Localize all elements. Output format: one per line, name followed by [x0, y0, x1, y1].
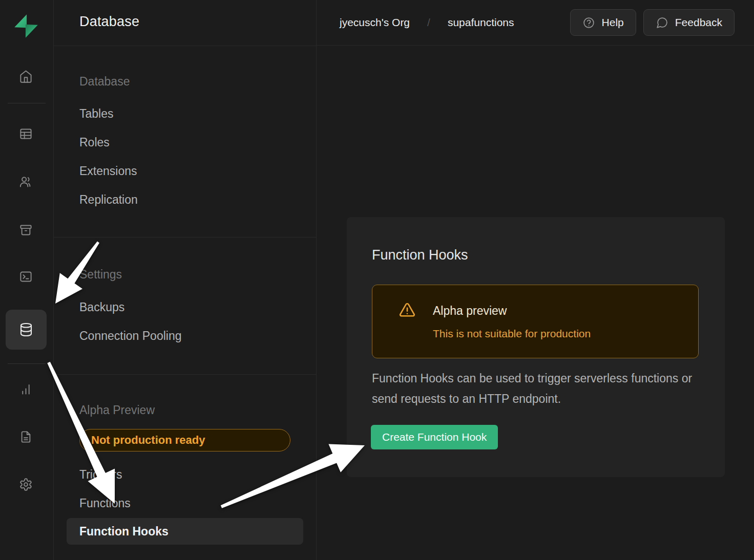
feedback-button-label: Feedback [675, 16, 722, 29]
sidebar-item-extensions[interactable]: Extensions [79, 164, 137, 178]
alpha-preview-alert: Alpha preview This is not suitable for p… [372, 285, 699, 358]
page-title: Function Hooks [372, 247, 468, 263]
help-circle-icon [582, 16, 595, 29]
icon-rail [0, 0, 54, 560]
sidebar-item-function-hooks-selected[interactable]: Function Hooks [67, 518, 303, 545]
auth-users-icon[interactable] [14, 170, 37, 193]
settings-gear-icon[interactable] [14, 473, 37, 496]
rail-divider [8, 103, 46, 103]
sidebar-item-backups[interactable]: Backups [79, 300, 124, 314]
table-editor-icon[interactable] [14, 122, 37, 145]
sidebar-title: Database [79, 14, 139, 30]
sidebar-item-functions[interactable]: Functions [79, 497, 131, 510]
sidebar-item-replication[interactable]: Replication [79, 193, 138, 206]
storage-icon[interactable] [14, 219, 37, 241]
sidebar-header: Database [54, 0, 316, 46]
section-label-alpha-preview: Alpha Preview [79, 403, 155, 417]
alert-description: This is not suitable for production [433, 328, 591, 340]
card-description: Function Hooks can be used to trigger se… [372, 368, 696, 409]
supabase-dashboard: Database Database Tables Roles Extension… [0, 0, 754, 560]
breadcrumb-org[interactable]: jyecusch's Org [340, 16, 410, 29]
database-icon[interactable] [6, 310, 47, 350]
header-actions: Help Feedback [570, 9, 735, 36]
sidebar-item-roles[interactable]: Roles [79, 136, 110, 149]
breadcrumb-project[interactable]: supafunctions [448, 16, 514, 29]
breadcrumb-separator: / [427, 16, 430, 29]
warning-triangle-icon [399, 301, 416, 319]
supabase-logo-icon[interactable] [13, 13, 39, 39]
database-sidebar: Database Database Tables Roles Extension… [54, 0, 317, 560]
speech-bubble-icon [656, 16, 668, 29]
feedback-button[interactable]: Feedback [643, 9, 735, 36]
create-function-hook-button[interactable]: Create Function Hook [371, 425, 498, 449]
sql-editor-icon[interactable] [14, 265, 37, 288]
sidebar-divider [54, 374, 316, 375]
help-button[interactable]: Help [570, 9, 636, 36]
home-icon[interactable] [14, 65, 37, 88]
sidebar-divider [54, 237, 316, 238]
help-button-label: Help [602, 16, 624, 29]
alert-title: Alpha preview [433, 304, 507, 318]
section-label-database: Database [79, 75, 130, 88]
reports-icon[interactable] [14, 378, 37, 400]
not-production-ready-badge: Not production ready [79, 429, 290, 451]
section-label-settings: Settings [79, 268, 122, 281]
sidebar-item-tables[interactable]: Tables [79, 107, 113, 120]
function-hooks-card: Function Hooks Alpha preview This is not… [347, 217, 725, 477]
rail-divider [8, 363, 46, 364]
top-header: jyecusch's Org / supafunctions Help Feed… [317, 0, 754, 46]
sidebar-item-triggers[interactable]: Triggers [79, 468, 122, 481]
sidebar-item-connection-pooling[interactable]: Connection Pooling [79, 329, 181, 342]
logs-icon[interactable] [14, 425, 37, 448]
